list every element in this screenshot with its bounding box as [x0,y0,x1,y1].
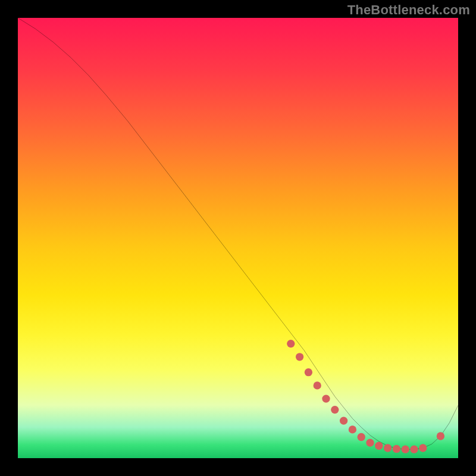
marker-dot [314,381,321,389]
watermark-text: TheBottleneck.com [347,2,470,18]
marker-dot [322,394,330,402]
marker-dot [305,368,312,376]
marker-dot [349,425,356,433]
marker-dot [331,406,339,414]
plot-area [18,18,458,458]
marker-dot [340,416,347,424]
marker-dot [375,442,383,450]
marker-dot [366,439,374,446]
marker-dot [410,446,418,453]
marker-dot [287,340,295,347]
chart-frame: TheBottleneck.com [0,0,476,476]
bottleneck-curve [18,18,458,449]
marker-dot [402,446,409,453]
marker-dot [419,444,427,452]
marker-dot [358,433,365,441]
highlight-markers [287,340,444,453]
marker-dot [296,353,303,361]
marker-dot [393,445,400,453]
marker-dot [384,444,392,452]
marker-dot [437,432,444,440]
chart-svg [18,18,458,458]
